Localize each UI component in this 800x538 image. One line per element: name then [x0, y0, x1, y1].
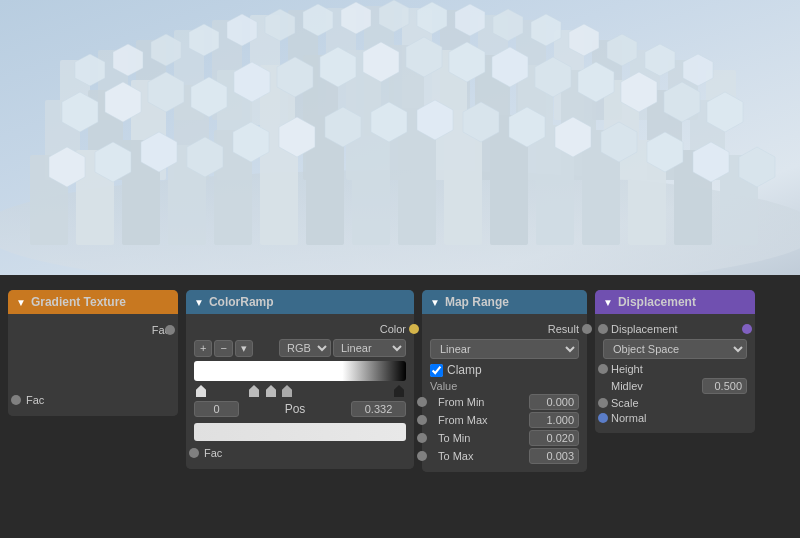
colorramp-body: Color + − ▾ RGB HSV Linear Const [186, 314, 414, 469]
colorramp-marker-mid2[interactable] [266, 385, 276, 397]
gradient-texture-title: Gradient Texture [31, 295, 126, 309]
colorramp-marker-mid3[interactable] [282, 385, 292, 397]
map-range-type-row: Linear Stepped [430, 339, 579, 359]
render-image [0, 0, 800, 275]
displacement-input-socket [598, 324, 608, 334]
displacement-height-label: Height [611, 363, 643, 375]
displacement-normal-label: Normal [611, 412, 646, 424]
map-range-from-max-row: From Max [430, 412, 579, 428]
viewport-3d [0, 0, 800, 275]
map-range-clamp-label: Clamp [447, 363, 482, 377]
map-range-to-max-row: To Max [430, 448, 579, 464]
map-range-result-row: Result [430, 323, 579, 335]
from-min-field[interactable] [529, 394, 579, 410]
colorramp-node: ▼ ColorRamp Color + − ▾ RGB HSV [186, 290, 414, 469]
displacement-body: Displacement Object Space Tangent Space … [595, 314, 755, 433]
displacement-input-row: Displacement [603, 323, 747, 335]
colorramp-markers [194, 385, 406, 399]
fac-output-row: Fac [16, 324, 170, 336]
map-range-result-label: Result [548, 323, 579, 335]
to-max-label: To Max [438, 450, 473, 462]
colorramp-marker-mid1[interactable] [249, 385, 259, 397]
colorramp-fac-label: Fac [204, 447, 222, 459]
colorramp-pos-label: Pos [285, 402, 306, 416]
color-output-row: Color [194, 323, 406, 335]
colorramp-marker-right[interactable] [394, 385, 404, 397]
fac-input-row: Fac [16, 394, 170, 406]
colorramp-chevron-button[interactable]: ▾ [235, 340, 253, 357]
from-min-socket [417, 397, 427, 407]
displacement-space-row: Object Space Tangent Space World Space [603, 339, 747, 359]
colorramp-collapse-arrow[interactable]: ▼ [194, 297, 204, 308]
colorramp-interpolation-select[interactable]: Linear Constant [333, 339, 406, 357]
displacement-normal-socket [598, 413, 608, 423]
displacement-node: ▼ Displacement Displacement Object Space… [595, 290, 755, 433]
map-range-to-min-row: To Min [430, 430, 579, 446]
displacement-output-socket [742, 324, 752, 334]
colorramp-mode-selectors: RGB HSV Linear Constant [279, 339, 406, 357]
displacement-midlev-label: Midlev [611, 380, 643, 392]
colorramp-rgb-select[interactable]: RGB HSV [279, 339, 331, 357]
to-min-field[interactable] [529, 430, 579, 446]
displacement-height-socket [598, 364, 608, 374]
colorramp-fac-socket [189, 448, 199, 458]
map-range-clamp-row: Clamp [430, 363, 579, 377]
map-range-value-header: Value [430, 380, 579, 392]
map-range-from-min-row: From Min [430, 394, 579, 410]
from-max-field[interactable] [529, 412, 579, 428]
colorramp-add-remove-buttons: + − ▾ [194, 340, 253, 357]
gradient-texture-header: ▼ Gradient Texture [8, 290, 178, 314]
from-max-label: From Max [438, 414, 488, 426]
displacement-input-label: Displacement [611, 323, 678, 335]
gradient-texture-node: ▼ Gradient Texture Fac Fac [8, 290, 178, 416]
displacement-scale-label: Scale [611, 397, 639, 409]
gradient-texture-body: Fac Fac [8, 314, 178, 416]
colorramp-header: ▼ ColorRamp [186, 290, 414, 314]
displacement-scale-socket [598, 398, 608, 408]
colorramp-color-swatch[interactable] [194, 423, 406, 441]
displacement-midlev-field[interactable] [702, 378, 747, 394]
map-range-value-section: Value From Min From Max To Min [430, 380, 579, 464]
colorramp-fac-input-row: Fac [194, 447, 406, 459]
to-min-socket [417, 433, 427, 443]
colorramp-add-button[interactable]: + [194, 340, 212, 357]
displacement-normal-row: Normal [603, 412, 747, 424]
displacement-space-select[interactable]: Object Space Tangent Space World Space [603, 339, 747, 359]
displacement-header: ▼ Displacement [595, 290, 755, 314]
gradient-texture-collapse-arrow[interactable]: ▼ [16, 297, 26, 308]
node-editor: ▼ Gradient Texture Fac Fac ▼ ColorRamp C… [0, 275, 800, 538]
map-range-header: ▼ Map Range [422, 290, 587, 314]
map-range-type-select[interactable]: Linear Stepped [430, 339, 579, 359]
colorramp-marker-left[interactable] [196, 385, 206, 397]
colorramp-remove-button[interactable]: − [214, 340, 232, 357]
fac-input-socket [11, 395, 21, 405]
fac-output-socket [165, 325, 175, 335]
from-max-socket [417, 415, 427, 425]
map-range-body: Result Linear Stepped Clamp Value [422, 314, 587, 472]
color-output-label: Color [380, 323, 406, 335]
displacement-midlev-row: Midlev [603, 378, 747, 394]
displacement-scale-row: Scale [603, 397, 747, 409]
displacement-title: Displacement [618, 295, 696, 309]
colorramp-gradient-container [194, 361, 406, 399]
map-range-collapse-arrow[interactable]: ▼ [430, 297, 440, 308]
color-output-socket [409, 324, 419, 334]
map-range-node: ▼ Map Range Result Linear Stepped Clamp [422, 290, 587, 472]
to-max-field[interactable] [529, 448, 579, 464]
to-min-label: To Min [438, 432, 470, 444]
displacement-collapse-arrow[interactable]: ▼ [603, 297, 613, 308]
colorramp-pos-field[interactable] [351, 401, 406, 417]
colorramp-index-field[interactable] [194, 401, 239, 417]
from-min-label: From Min [438, 396, 484, 408]
colorramp-gradient-bar[interactable] [194, 361, 406, 381]
displacement-height-row: Height [603, 363, 747, 375]
map-range-result-socket [582, 324, 592, 334]
to-max-socket [417, 451, 427, 461]
colorramp-title: ColorRamp [209, 295, 274, 309]
map-range-title: Map Range [445, 295, 509, 309]
fac-input-label: Fac [26, 394, 44, 406]
map-range-clamp-checkbox[interactable] [430, 364, 443, 377]
colorramp-index-pos-row: Pos [194, 401, 406, 417]
